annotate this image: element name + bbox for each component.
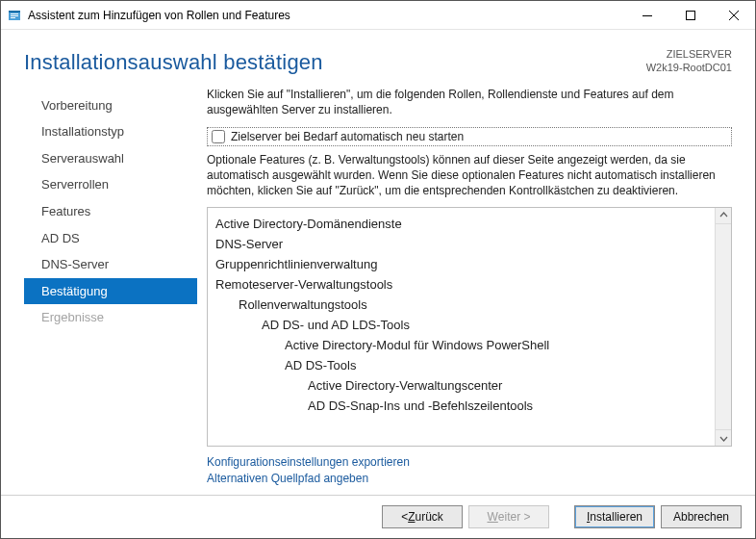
intro-text: Klicken Sie auf "Installieren", um die f…	[207, 87, 732, 117]
install-button[interactable]: Installieren	[574, 505, 655, 528]
scroll-up-button[interactable]	[716, 208, 731, 224]
svg-rect-2	[11, 13, 18, 14]
alt-source-path-link[interactable]: Alternativen Quellpfad angeben	[207, 471, 732, 487]
auto-restart-checkbox-row[interactable]: Zielserver bei Bedarf automatisch neu st…	[207, 127, 732, 146]
scroll-track[interactable]	[716, 224, 731, 430]
svg-rect-4	[11, 17, 15, 18]
selection-list: Active Directory-Domänendienste DNS-Serv…	[208, 208, 715, 447]
sidebar-item-bestaetigung[interactable]: Bestätigung	[24, 278, 197, 305]
main-area: Vorbereitung Installationstyp Serverausw…	[1, 87, 755, 495]
sidebar-item-ergebnisse: Ergebnisse	[24, 304, 197, 331]
sidebar-item-ad-ds[interactable]: AD DS	[24, 225, 197, 252]
chevron-down-icon	[719, 434, 728, 443]
action-links: Konfigurationseinstellungen exportieren …	[207, 447, 732, 487]
sidebar-item-installationstyp[interactable]: Installationstyp	[24, 118, 197, 145]
sidebar-item-serverrollen[interactable]: Serverrollen	[24, 171, 197, 198]
target-server-label: ZIELSERVER	[646, 47, 732, 61]
content-pane: Klicken Sie auf "Installieren", um die f…	[197, 87, 732, 487]
wizard-steps-sidebar: Vorbereitung Installationstyp Serverausw…	[24, 87, 197, 487]
close-icon	[729, 11, 739, 20]
window-title: Assistent zum Hinzufügen von Rollen und …	[28, 9, 290, 22]
cancel-button[interactable]: Abbrechen	[661, 505, 742, 528]
wizard-footer: < Zurück Weiter > Installieren Abbrechen	[1, 495, 755, 538]
sidebar-item-dns-server[interactable]: DNS-Server	[24, 251, 197, 278]
optional-features-note: Optionale Features (z. B. Verwaltungstoo…	[207, 152, 732, 199]
list-item[interactable]: AD DS-Snap-Ins und -Befehlszeilentools	[215, 396, 707, 416]
list-item[interactable]: Active Directory-Verwaltungscenter	[215, 375, 707, 396]
sidebar-item-vorbereitung[interactable]: Vorbereitung	[24, 92, 197, 119]
listbox-scrollbar[interactable]	[715, 208, 731, 447]
next-button: Weiter >	[468, 505, 549, 528]
svg-rect-3	[11, 15, 18, 16]
svg-rect-6	[686, 11, 694, 19]
auto-restart-label: Zielserver bei Bedarf automatisch neu st…	[231, 130, 464, 143]
target-server-info: ZIELSERVER W2k19-RootDC01	[646, 47, 732, 75]
target-server-name: W2k19-RootDC01	[646, 61, 732, 74]
maximize-icon	[686, 11, 695, 20]
list-item[interactable]: AD DS-Tools	[215, 355, 707, 375]
minimize-button[interactable]	[625, 1, 668, 30]
page-header: Installationsauswahl bestätigen ZIELSERV…	[1, 30, 755, 87]
list-item[interactable]: Gruppenrichtlinienverwaltung	[215, 254, 707, 274]
list-item[interactable]: Remoteserver-Verwaltungstools	[215, 274, 707, 295]
list-item[interactable]: Active Directory-Modul für Windows Power…	[215, 335, 707, 355]
selection-listbox: Active Directory-Domänendienste DNS-Serv…	[207, 207, 732, 448]
svg-rect-1	[9, 11, 20, 13]
export-settings-link[interactable]: Konfigurationseinstellungen exportieren	[207, 454, 732, 471]
list-item[interactable]: DNS-Server	[215, 234, 707, 254]
chevron-up-icon	[719, 211, 728, 219]
maximize-button[interactable]	[668, 1, 712, 30]
page-title: Installationsauswahl bestätigen	[24, 50, 323, 75]
title-bar: Assistent zum Hinzufügen von Rollen und …	[1, 1, 755, 30]
back-button[interactable]: < Zurück	[382, 505, 463, 528]
list-item[interactable]: Rollenverwaltungstools	[215, 295, 707, 315]
list-item[interactable]: Active Directory-Domänendienste	[215, 214, 707, 234]
close-button[interactable]	[712, 1, 755, 30]
scroll-down-button[interactable]	[716, 429, 731, 446]
sidebar-item-serverauswahl[interactable]: Serverauswahl	[24, 145, 197, 172]
minimize-icon	[643, 11, 652, 20]
auto-restart-checkbox[interactable]	[212, 130, 225, 143]
app-icon	[7, 8, 22, 23]
list-item[interactable]: AD DS- und AD LDS-Tools	[215, 315, 707, 335]
svg-rect-5	[643, 15, 652, 16]
sidebar-item-features[interactable]: Features	[24, 198, 197, 225]
